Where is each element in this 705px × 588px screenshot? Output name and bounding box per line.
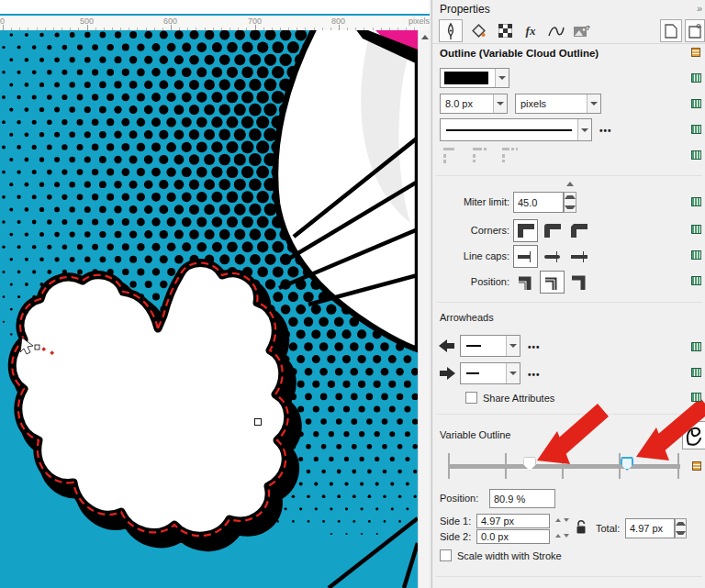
end-arrowhead-combo[interactable] <box>460 362 520 384</box>
slider-tick <box>677 453 679 479</box>
bitmap-tab[interactable]: ? <box>570 19 594 42</box>
row-grid-icon[interactable] <box>691 225 701 234</box>
side2-field[interactable]: 0.0 px <box>476 529 550 544</box>
round-corner-icon <box>543 223 562 239</box>
curve-tab[interactable] <box>544 19 568 42</box>
corner-round-button[interactable] <box>540 219 565 242</box>
outline-inside-icon <box>570 274 588 291</box>
row-options-icon[interactable] <box>691 48 700 57</box>
dash-style-icon[interactable] <box>471 145 495 165</box>
svg-text:?: ? <box>586 24 590 32</box>
dash-style-icon[interactable] <box>500 145 524 165</box>
row-grid-icon[interactable] <box>691 150 701 160</box>
document-canvas-area[interactable]: pixels 00500600700800 <box>0 0 431 588</box>
total-spinner[interactable] <box>675 518 687 538</box>
fill-tab[interactable] <box>467 19 491 42</box>
effects-tab[interactable]: fx <box>519 19 543 42</box>
cap-square-button[interactable] <box>566 245 591 268</box>
vo-position-field[interactable]: 80.9 % <box>489 489 555 508</box>
dropdown-arrow-icon[interactable] <box>506 363 520 383</box>
dropdown-arrow-icon[interactable] <box>493 94 507 113</box>
cap-butt-button[interactable] <box>513 245 538 268</box>
dropdown-arrow-icon[interactable] <box>587 94 600 113</box>
row-grid-icon[interactable] <box>691 368 701 377</box>
start-arrowhead-settings-button[interactable]: ••• <box>528 342 541 352</box>
line-style-settings-button[interactable]: ••• <box>599 126 612 136</box>
position-center-button[interactable] <box>540 271 565 294</box>
position-outside-button[interactable] <box>513 271 538 294</box>
outline-width-value: 8.0 px <box>441 98 493 109</box>
divider <box>436 576 702 577</box>
section-heading: Outline (Variable Cloud Outline) <box>440 48 599 59</box>
share-attributes-checkbox[interactable] <box>465 392 477 404</box>
end-arrowhead-settings-button[interactable]: ••• <box>528 370 541 380</box>
page-options-button[interactable] <box>685 19 705 42</box>
side2-spinner[interactable] <box>555 534 569 538</box>
miter-limit-label: Miter limit: <box>432 196 509 207</box>
outline-width-combo[interactable]: 8.0 px <box>440 94 508 114</box>
variable-outline-mode-button[interactable] <box>682 421 705 449</box>
solid-line-sample <box>446 129 572 131</box>
outline-units-combo[interactable]: pixels <box>515 94 601 114</box>
bevel-corner-icon <box>570 223 588 239</box>
scroll-up-icon[interactable] <box>421 35 429 39</box>
vertical-scrollbar[interactable] <box>418 30 430 588</box>
panel-title: Properties <box>440 3 490 16</box>
variable-outline-heading: Variable Outline <box>440 429 510 440</box>
end-arrowhead-icon <box>439 366 455 381</box>
slider-track[interactable] <box>448 464 680 469</box>
panel-scroll-up-icon[interactable] <box>566 182 574 186</box>
swan-icon <box>685 425 703 447</box>
page-button[interactable] <box>660 19 682 42</box>
divider <box>436 302 702 303</box>
total-field[interactable]: 4.97 px <box>625 518 675 538</box>
scale-width-label: Scale width with Stroke <box>457 550 562 561</box>
slider-tick <box>562 453 564 479</box>
fx-icon: fx <box>526 24 536 39</box>
corner-miter-button[interactable] <box>513 219 538 242</box>
scale-width-checkbox[interactable] <box>440 549 452 561</box>
dash-style-icon[interactable] <box>442 145 465 165</box>
outline-position-label: Position: <box>432 276 509 287</box>
outline-pen-tab[interactable] <box>439 19 463 42</box>
dropdown-arrow-icon[interactable] <box>495 69 509 87</box>
side1-field[interactable]: 4.97 px <box>476 514 550 528</box>
cap-round-button[interactable] <box>540 245 565 268</box>
curve-icon <box>547 25 565 38</box>
side1-spinner[interactable] <box>555 518 569 522</box>
link-lock-icon[interactable] <box>576 519 588 535</box>
miter-limit-field[interactable]: 45.0 <box>513 192 564 213</box>
position-inside-button[interactable] <box>566 271 591 294</box>
total-label: Total: <box>596 523 620 534</box>
color-swatch-black <box>444 72 488 84</box>
variable-outline-slider[interactable] <box>448 450 680 483</box>
ruler-unit-label: pixels <box>408 17 430 26</box>
drawing-canvas[interactable] <box>0 30 418 588</box>
row-grid-icon[interactable] <box>691 393 701 402</box>
transparency-tab[interactable] <box>493 19 517 42</box>
miter-limit-spinner[interactable] <box>564 192 576 213</box>
row-grid-icon[interactable] <box>691 73 701 83</box>
panel-collapse-button[interactable]: » <box>697 3 700 14</box>
corner-bevel-button[interactable] <box>566 219 591 242</box>
slider-tick <box>448 453 450 479</box>
dropdown-arrow-icon[interactable] <box>577 119 591 140</box>
dropdown-arrow-icon[interactable] <box>506 336 520 356</box>
row-grid-icon[interactable] <box>691 197 701 206</box>
path-node-handle[interactable] <box>255 419 262 426</box>
divider <box>436 414 702 415</box>
slider-options-icon[interactable] <box>692 461 701 471</box>
start-arrowhead-combo[interactable] <box>460 335 520 357</box>
row-grid-icon[interactable] <box>691 276 701 285</box>
row-grid-icon[interactable] <box>691 125 701 134</box>
row-grid-icon[interactable] <box>691 250 701 260</box>
row-grid-icon[interactable] <box>691 99 701 108</box>
row-grid-icon[interactable] <box>691 342 701 351</box>
line-style-combo[interactable] <box>440 118 592 141</box>
round-cap-icon <box>543 251 563 262</box>
slider-tick <box>505 453 507 479</box>
miter-corner-icon <box>517 223 535 239</box>
vo-position-label: Position: <box>440 493 478 504</box>
divider <box>436 175 702 176</box>
outline-color-picker[interactable] <box>440 68 509 88</box>
